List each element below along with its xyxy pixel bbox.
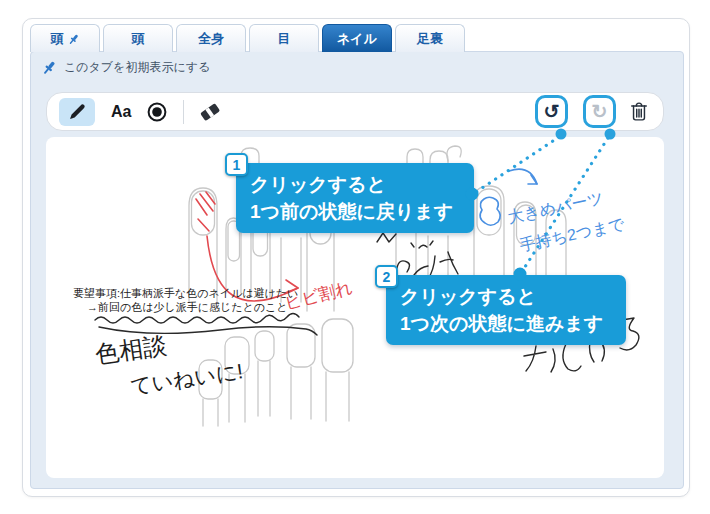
tab-label: 全身 bbox=[198, 30, 224, 48]
pen-tool-button[interactable] bbox=[59, 98, 95, 126]
tab-eyes[interactable]: 目 bbox=[249, 24, 319, 52]
color-tool-button[interactable] bbox=[146, 101, 168, 123]
tab-label: ネイル bbox=[337, 30, 377, 48]
color-swatch-icon bbox=[146, 101, 168, 123]
tab-label: 頭 bbox=[132, 30, 145, 48]
undo-icon: ↺ bbox=[544, 102, 560, 121]
tab-head[interactable]: 頭 bbox=[103, 24, 173, 52]
redo-tooltip: クリックすると 1つ次の状態に進みます bbox=[386, 275, 626, 345]
redo-button[interactable]: ↻ bbox=[583, 95, 616, 128]
app-window: 頭 頭 全身 目 ネイル 足裏 bbox=[0, 0, 710, 514]
delete-all-button[interactable] bbox=[629, 100, 649, 123]
undo-tooltip-line1: クリックすると bbox=[250, 171, 460, 198]
client-note: 要望事項:仕事柄派手な色のネイルは避けたい →前回の色は少し派手に感じたとのこと bbox=[73, 286, 298, 314]
tab-bar: 頭 頭 全身 目 ネイル 足裏 bbox=[30, 24, 465, 52]
eraser-icon bbox=[199, 102, 221, 122]
tab-head-pinned[interactable]: 頭 bbox=[30, 24, 100, 52]
undo-tooltip: クリックすると 1つ前の状態に戻ります bbox=[236, 163, 474, 233]
set-default-tab-button[interactable]: このタブを初期表示にする bbox=[42, 59, 210, 76]
set-default-tab-label: このタブを初期表示にする bbox=[64, 59, 210, 76]
redo-icon: ↻ bbox=[592, 102, 608, 121]
tab-label: 目 bbox=[278, 30, 291, 48]
toolbar-divider bbox=[183, 100, 184, 124]
undo-tooltip-line2: 1つ前の状態に戻ります bbox=[250, 198, 460, 225]
tab-nail[interactable]: ネイル bbox=[322, 24, 392, 52]
pushpin-icon bbox=[68, 33, 80, 45]
trash-icon bbox=[629, 100, 649, 123]
client-note-line2: →前回の色は少し派手に感じたとのこと bbox=[87, 300, 298, 314]
drawing-toolbar: Aa ↺ ↻ bbox=[46, 92, 664, 131]
step-badge-1: 1 bbox=[225, 153, 248, 176]
undo-button[interactable]: ↺ bbox=[535, 95, 568, 128]
eraser-tool-button[interactable] bbox=[199, 102, 221, 122]
tab-label: 足裏 bbox=[417, 30, 443, 48]
tab-fullbody[interactable]: 全身 bbox=[176, 24, 246, 52]
redo-tooltip-line1: クリックすると bbox=[400, 283, 612, 310]
tab-sole[interactable]: 足裏 bbox=[395, 24, 465, 52]
step-badge-2: 2 bbox=[375, 265, 398, 288]
text-tool-button[interactable]: Aa bbox=[111, 103, 131, 121]
tab-label: 頭 bbox=[51, 30, 64, 48]
pen-icon bbox=[67, 102, 87, 122]
pushpin-icon bbox=[42, 60, 57, 75]
client-note-line1: 要望事項:仕事柄派手な色のネイルは避けたい bbox=[73, 286, 298, 300]
redo-tooltip-line2: 1つ次の状態に進みます bbox=[400, 310, 612, 337]
